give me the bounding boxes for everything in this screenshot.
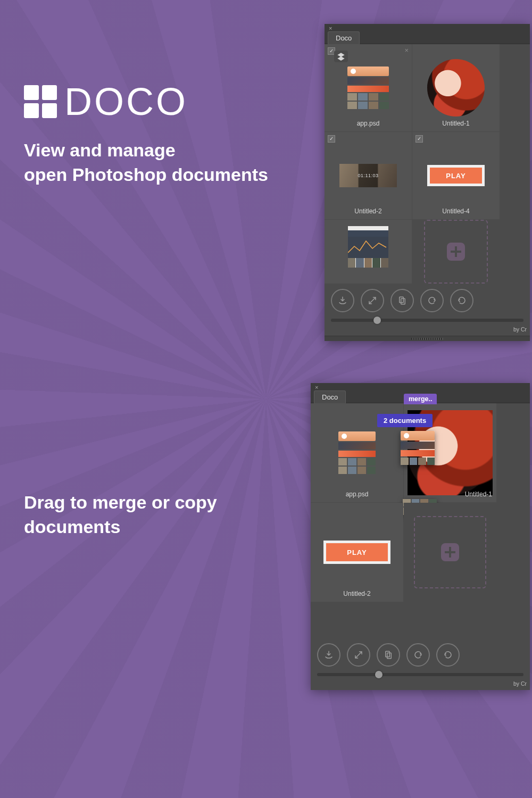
doc-cell-untitled-2[interactable]: PLAY Untitled-2 <box>311 503 403 602</box>
panel-resize-grip[interactable] <box>325 336 530 341</box>
logo-grid-icon <box>24 85 57 118</box>
expand-button[interactable] <box>347 643 370 667</box>
doc-cell-untitled-1[interactable]: Untitled-1 <box>412 44 500 131</box>
zoom-slider[interactable] <box>331 319 523 322</box>
zoom-slider[interactable] <box>317 673 523 676</box>
expand-button[interactable] <box>361 289 384 312</box>
slider-knob[interactable] <box>375 671 383 678</box>
thumbnail <box>427 59 485 117</box>
plus-icon <box>441 543 459 561</box>
doc-label: Untitled-2 <box>325 207 412 215</box>
doc-cell-app[interactable]: ✓ × app.psd <box>325 44 412 131</box>
checkbox-icon[interactable]: ✓ <box>415 135 423 143</box>
thumbnail: PLAY <box>323 541 390 564</box>
undo-button[interactable] <box>420 289 444 312</box>
copy-button[interactable] <box>377 643 400 667</box>
merge-button[interactable] <box>331 289 354 312</box>
redo-button[interactable] <box>450 289 473 312</box>
document-grid: app.psd merge.. 2 documents Untitled-1 <box>311 403 530 602</box>
panel-tab-doco[interactable]: Doco <box>328 31 360 44</box>
merge-badge: merge.. <box>404 394 437 404</box>
thumbnail <box>348 226 388 268</box>
close-panel-icon[interactable]: × <box>315 384 318 390</box>
undo-button[interactable] <box>406 643 430 667</box>
logo-word: DOCO <box>64 80 188 123</box>
document-grid: ✓ × app.psd Untitled-1 <box>325 44 530 284</box>
panel-chrome: × <box>311 383 530 390</box>
doc-cell-chart[interactable] <box>325 220 412 284</box>
doc-cell-untitled-2[interactable]: ✓ 01:11:03 Untitled-2 <box>325 132 412 219</box>
panel-chrome: × <box>325 24 530 31</box>
copy-button[interactable] <box>390 289 414 312</box>
close-panel-icon[interactable]: × <box>329 25 332 31</box>
add-document-cell[interactable] <box>412 220 500 284</box>
thumbnail: 01:11:03 <box>339 164 397 187</box>
tagline-2: Drag to merge or copy documents <box>24 491 258 539</box>
plus-icon <box>447 243 465 261</box>
thumbnail: PLAY <box>427 165 485 186</box>
doc-label: Untitled-4 <box>412 207 500 215</box>
panel-tab-doco[interactable]: Doco <box>314 390 346 403</box>
doc-label: Untitled-1 <box>412 120 500 127</box>
panel-toolbar <box>325 284 530 314</box>
doco-panel-2: × Doco app.psd merge.. 2 documents <box>311 383 530 690</box>
doc-label: app.psd <box>325 120 412 127</box>
doco-panel-1: × Doco ✓ × app.psd <box>325 24 530 341</box>
credit-text: by Cr <box>325 324 530 336</box>
checkbox-icon[interactable]: ✓ <box>328 135 335 143</box>
slider-knob[interactable] <box>373 317 381 324</box>
doc-label: Untitled-1 <box>404 491 492 498</box>
doc-cell-untitled-4[interactable]: ✓ PLAY Untitled-4 <box>412 132 500 219</box>
doc-label: Untitled-2 <box>311 590 403 597</box>
add-document-cell[interactable] <box>404 503 496 602</box>
redo-button[interactable] <box>436 643 460 667</box>
doc-label: app.psd <box>311 491 403 498</box>
tagline-1: View and manage open Photoshop documents <box>24 138 301 187</box>
doc-cell-untitled-1[interactable]: merge.. 2 documents Untitled-1 <box>404 403 496 502</box>
merge-button[interactable] <box>317 643 340 667</box>
panel-toolbar <box>311 638 530 669</box>
layers-icon <box>334 51 348 62</box>
thumbnail <box>345 61 392 114</box>
doco-logo: DOCO <box>24 80 188 123</box>
close-icon[interactable]: × <box>404 46 409 54</box>
drag-count-badge: 2 documents <box>377 414 433 427</box>
panel-tabrow: Doco <box>325 31 530 44</box>
credit-text: by Cr <box>311 678 530 690</box>
thumbnail <box>338 431 376 474</box>
